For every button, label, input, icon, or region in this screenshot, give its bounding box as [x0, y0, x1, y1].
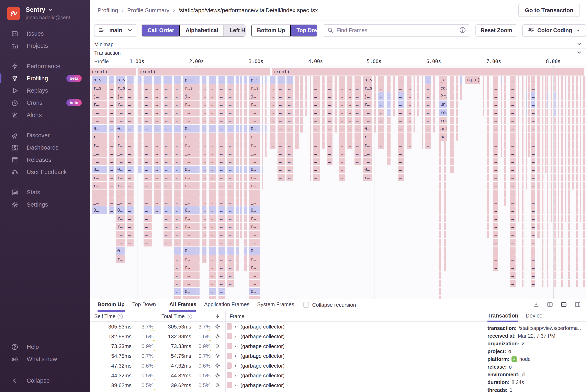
flame-frame-cell[interactable] — [244, 150, 247, 157]
flame-frame-cell[interactable] — [528, 125, 529, 132]
flame-frame-cell[interactable] — [265, 92, 267, 100]
flame-frame-cell[interactable]: r… — [363, 133, 372, 141]
flame-frame-cell[interactable]: r… — [116, 141, 125, 149]
flame-frame-cell[interactable] — [550, 166, 552, 173]
flame-frame-cell[interactable] — [387, 150, 390, 157]
flame-frame-cell[interactable]: … — [154, 84, 161, 92]
flame-frame-cell[interactable] — [547, 92, 548, 100]
flame-frame-cell[interactable]: _… — [183, 239, 200, 246]
flame-frame-cell[interactable] — [583, 272, 585, 279]
flame-frame-cell[interactable]: _… — [249, 272, 260, 279]
flame-frame-cell[interactable]: … — [154, 117, 161, 124]
flame-frame-cell[interactable]: … — [127, 109, 134, 116]
flame-frame-cell[interactable]: … — [209, 109, 216, 116]
flame-frame-cell[interactable] — [240, 92, 242, 100]
flame-frame-cell[interactable] — [439, 150, 441, 157]
flame-frame-cell[interactable]: r… — [183, 174, 200, 181]
flame-frame-cell[interactable] — [576, 272, 578, 279]
flame-frame-cell[interactable]: (root) — [272, 68, 584, 76]
flame-frame-cell[interactable] — [501, 109, 502, 116]
flame-frame-cell[interactable] — [236, 158, 239, 165]
flame-frame-cell[interactable]: … — [154, 158, 161, 165]
flame-frame-cell[interactable]: … — [227, 255, 234, 263]
flame-frame-cell[interactable] — [561, 231, 563, 238]
tab-bottom-up[interactable]: Bottom Up — [98, 298, 125, 312]
flame-frame-cell[interactable] — [554, 109, 556, 116]
flame-frame-cell[interactable] — [576, 214, 578, 222]
flame-frame-cell[interactable] — [439, 214, 441, 222]
flame-frame-cell[interactable] — [572, 117, 574, 124]
flame-frame-cell[interactable]: … — [510, 117, 516, 124]
flame-frame-cell[interactable]: … — [531, 198, 535, 206]
flame-frame-cell[interactable] — [244, 76, 247, 84]
flame-frame-cell[interactable] — [504, 133, 506, 141]
flame-frame-cell[interactable]: … — [286, 84, 293, 92]
flame-frame-cell[interactable]: … — [339, 141, 345, 149]
flame-frame-cell[interactable]: … — [174, 206, 181, 214]
flame-frame-cell[interactable] — [537, 92, 540, 100]
flame-frame-cell[interactable] — [576, 166, 578, 173]
flame-frame-cell[interactable]: … — [202, 231, 207, 238]
flame-frame-cell[interactable] — [244, 158, 247, 165]
flame-frame-cell[interactable] — [537, 190, 540, 198]
flame-frame-cell[interactable] — [565, 125, 566, 132]
flame-frame-cell[interactable] — [550, 198, 552, 206]
flame-frame-cell[interactable]: r… — [116, 133, 125, 141]
flame-frame-cell[interactable] — [310, 150, 311, 157]
flame-frame-cell[interactable]: … — [164, 182, 172, 190]
flame-frame-cell[interactable]: … — [339, 174, 345, 181]
flame-frame-cell[interactable]: 0… — [363, 125, 372, 132]
flame-frame-cell[interactable]: … — [531, 174, 535, 181]
flame-frame-cell[interactable] — [526, 158, 527, 165]
flame-frame-cell[interactable]: … — [174, 141, 181, 149]
flame-frame-cell[interactable] — [240, 125, 242, 132]
flame-frame-cell[interactable] — [568, 263, 570, 271]
flame-frame-cell[interactable] — [439, 239, 441, 246]
flame-frame-cell[interactable] — [580, 158, 581, 165]
flame-frame-cell[interactable] — [568, 272, 570, 279]
flame-frame-cell[interactable] — [439, 231, 441, 238]
flame-frame-cell[interactable] — [413, 109, 415, 116]
flame-frame-cell[interactable]: … — [270, 117, 275, 124]
flame-frame-cell[interactable] — [300, 76, 303, 84]
flame-frame-cell[interactable]: … — [354, 76, 361, 84]
flame-frame-cell[interactable] — [450, 92, 454, 100]
flame-frame-cell[interactable] — [450, 109, 454, 116]
flame-frame-cell[interactable] — [265, 109, 267, 116]
flame-frame-cell[interactable]: … — [327, 84, 332, 92]
flame-frame-cell[interactable]: 0… — [183, 288, 200, 295]
flame-frame-cell[interactable]: _… — [363, 109, 372, 116]
flame-frame-cell[interactable] — [450, 141, 454, 149]
flame-frame-cell[interactable]: … — [144, 141, 152, 149]
flame-frame-cell[interactable]: … — [227, 133, 234, 141]
flame-frame-cell[interactable] — [335, 125, 337, 132]
flame-frame-cell[interactable]: … — [531, 263, 535, 271]
flame-frame-cell[interactable]: … — [144, 214, 152, 222]
flame-frame-cell[interactable] — [417, 76, 419, 84]
flame-frame-cell[interactable] — [583, 150, 585, 157]
flame-frame-cell[interactable] — [576, 223, 578, 230]
flame-frame-cell[interactable]: un…n — [439, 100, 447, 108]
flame-frame-cell[interactable]: … — [510, 231, 516, 238]
flame-frame-cell[interactable] — [537, 158, 540, 165]
sidebar-item-stats[interactable]: Stats — [0, 186, 90, 198]
flame-frame-cell[interactable]: … — [219, 125, 225, 132]
flame-frame-cell[interactable] — [439, 255, 441, 263]
flame-frame-cell[interactable]: Pr…d — [439, 92, 447, 100]
flame-frame-cell[interactable]: … — [109, 206, 114, 214]
flame-frame-cell[interactable] — [576, 231, 578, 238]
flame-frame-cell[interactable] — [236, 166, 239, 173]
flame-frame-cell[interactable]: … — [286, 133, 293, 141]
flame-frame-cell[interactable] — [561, 158, 563, 165]
flame-frame-cell[interactable]: … — [339, 76, 345, 84]
flame-frame-cell[interactable] — [522, 109, 523, 116]
flame-frame-cell[interactable] — [236, 182, 239, 190]
flame-frame-cell[interactable] — [310, 100, 311, 108]
flame-frame-cell[interactable]: … — [154, 166, 161, 173]
flame-frame-cell[interactable]: _… — [116, 150, 125, 157]
flame-frame-cell[interactable] — [518, 206, 519, 214]
flame-frame-cell[interactable]: r…s — [363, 84, 372, 92]
flame-frame-cell[interactable] — [583, 182, 585, 190]
flame-frame-cell[interactable] — [265, 150, 267, 157]
flame-frame-cell[interactable] — [547, 239, 548, 246]
